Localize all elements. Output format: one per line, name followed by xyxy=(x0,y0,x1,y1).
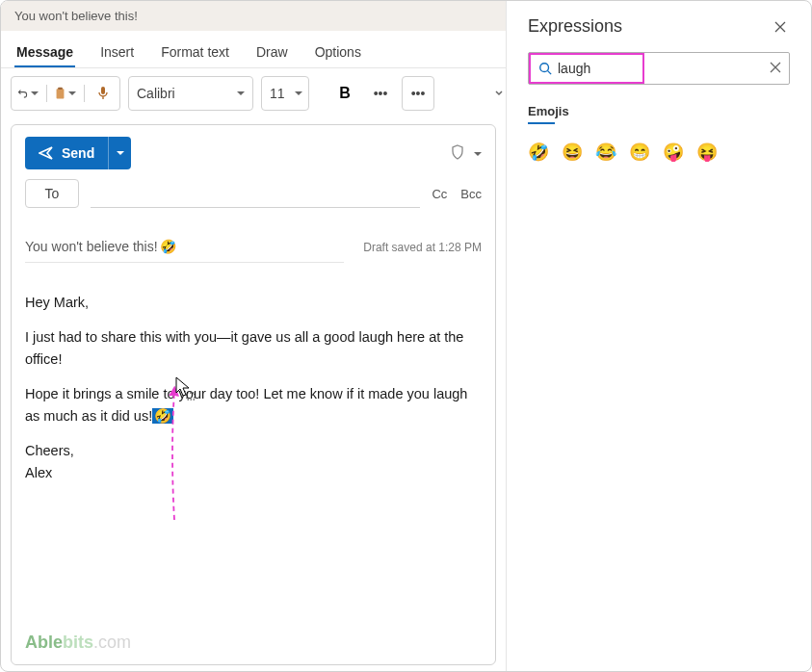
body-paragraph-2: Hope it brings a smile to your day too! … xyxy=(25,383,482,426)
bcc-button[interactable]: Bcc xyxy=(460,187,482,201)
emoji-results: 🤣 😆 😂 😁 🤪 😝 xyxy=(528,142,790,163)
body-signoff: Cheers, xyxy=(25,440,482,461)
send-label: Send xyxy=(62,145,94,161)
clear-search-button[interactable] xyxy=(770,62,781,76)
email-body[interactable]: Hey Mark, I just had to share this with … xyxy=(12,269,495,664)
clipboard-group xyxy=(11,76,120,111)
font-name: Calibri xyxy=(137,86,175,101)
to-button[interactable]: To xyxy=(25,179,79,208)
font-size-selector[interactable]: 11 xyxy=(261,76,309,111)
ribbon-toolbar: Calibri 11 B ••• ••• xyxy=(1,68,506,118)
font-selector[interactable]: Calibri xyxy=(128,76,253,111)
expression-search-box[interactable] xyxy=(529,53,644,84)
body-greeting: Hey Mark, xyxy=(25,292,482,313)
tab-insert[interactable]: Insert xyxy=(98,39,136,67)
window-title: You won't believe this! xyxy=(1,1,506,31)
tab-draw[interactable]: Draw xyxy=(254,39,290,67)
send-options-button[interactable] xyxy=(108,137,131,169)
message-options-button[interactable] xyxy=(472,144,482,162)
send-button[interactable]: Send xyxy=(25,137,108,169)
subject-emoji: 🤣 xyxy=(160,239,176,254)
svg-rect-0 xyxy=(57,89,65,98)
svg-rect-1 xyxy=(58,88,63,90)
watermark: Ablebits.com xyxy=(25,633,131,653)
emoji-result[interactable]: 🤣 xyxy=(528,142,549,163)
send-split-button: Send xyxy=(25,137,131,169)
draft-status: Draft saved at 1:28 PM xyxy=(363,241,482,262)
expressions-title: Expressions xyxy=(528,16,622,37)
emoji-result[interactable]: 😂 xyxy=(595,142,616,163)
more-formatting-button[interactable]: ••• xyxy=(367,86,394,101)
cc-button[interactable]: Cc xyxy=(432,187,447,201)
dictate-button[interactable] xyxy=(92,83,114,104)
more-commands-button[interactable]: ••• xyxy=(402,76,434,111)
emoji-result[interactable]: 😆 xyxy=(562,142,583,163)
close-panel-button[interactable] xyxy=(771,17,790,37)
font-size: 11 xyxy=(270,86,285,101)
tab-format-text[interactable]: Format text xyxy=(159,39,231,67)
ribbon-tabs: Message Insert Format text Draw Options xyxy=(1,31,506,68)
undo-button[interactable] xyxy=(17,83,39,104)
body-emoji: 🤣 xyxy=(152,408,173,425)
tab-options[interactable]: Options xyxy=(313,39,363,67)
svg-point-4 xyxy=(540,64,549,72)
emoji-result[interactable]: 🤪 xyxy=(663,142,684,163)
emoji-result[interactable]: 😁 xyxy=(629,142,650,163)
subject-field[interactable]: You won't believe this! 🤣 xyxy=(25,239,344,263)
body-name: Alex xyxy=(25,462,482,483)
expressions-panel: Expressions Emojis 🤣 😆 😂 😁 🤪 😝 xyxy=(506,1,811,671)
expression-search xyxy=(528,52,790,85)
svg-rect-2 xyxy=(101,87,105,94)
body-paragraph-1: I just had to share this with you—it gav… xyxy=(25,326,482,370)
to-input[interactable] xyxy=(91,179,420,208)
expression-search-input[interactable] xyxy=(558,61,625,76)
emoji-result[interactable]: 😝 xyxy=(696,142,718,163)
compose-card: Send To Cc Bcc You won't believe this! 🤣 xyxy=(11,124,496,665)
emojis-section-label: Emojis xyxy=(528,104,569,122)
encryption-icon[interactable] xyxy=(451,144,464,163)
tab-message[interactable]: Message xyxy=(14,39,75,67)
search-icon xyxy=(538,62,552,75)
section-underline xyxy=(528,122,555,124)
bold-button[interactable]: B xyxy=(330,76,359,111)
paste-button[interactable] xyxy=(55,83,76,104)
collapse-ribbon-button[interactable] xyxy=(494,88,504,99)
subject-text: You won't believe this! xyxy=(25,239,158,254)
